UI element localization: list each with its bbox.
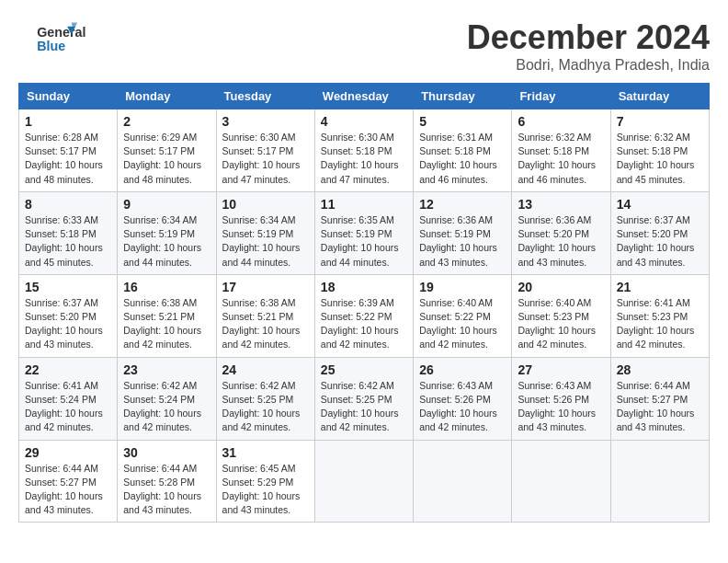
day-info-17: Sunrise: 6:38 AM Sunset: 5:21 PM Dayligh…: [222, 296, 309, 352]
day-info-8: Sunrise: 6:33 AM Sunset: 5:18 PM Dayligh…: [25, 213, 111, 270]
day-info-15: Sunrise: 6:37 AM Sunset: 5:20 PM Dayligh…: [25, 296, 111, 352]
day-info-12: Sunrise: 6:36 AM Sunset: 5:19 PM Dayligh…: [419, 213, 506, 270]
week-row-1: 1Sunrise: 6:28 AM Sunset: 5:17 PM Daylig…: [19, 109, 710, 192]
day-info-31: Sunrise: 6:45 AM Sunset: 5:29 PM Dayligh…: [222, 462, 309, 518]
header-thursday: Thursday: [414, 84, 512, 109]
day-number-2: 2: [123, 114, 210, 129]
day-info-18: Sunrise: 6:39 AM Sunset: 5:22 PM Dayligh…: [321, 296, 407, 352]
header-row: Sunday Monday Tuesday Wednesday Thursday…: [19, 84, 710, 109]
day-number-31: 31: [222, 445, 309, 460]
day-info-24: Sunrise: 6:42 AM Sunset: 5:25 PM Dayligh…: [222, 379, 309, 435]
day-cell-35: [610, 440, 709, 523]
day-number-3: 3: [222, 114, 309, 129]
day-number-16: 16: [123, 280, 210, 294]
title-section: December 2024 Bodri, Madhya Pradesh, Ind…: [467, 18, 710, 74]
day-info-10: Sunrise: 6:34 AM Sunset: 5:19 PM Dayligh…: [222, 213, 309, 270]
day-info-7: Sunrise: 6:32 AM Sunset: 5:18 PM Dayligh…: [617, 131, 703, 187]
day-info-9: Sunrise: 6:34 AM Sunset: 5:19 PM Dayligh…: [123, 213, 210, 270]
header-tuesday: Tuesday: [216, 84, 314, 109]
day-info-14: Sunrise: 6:37 AM Sunset: 5:20 PM Dayligh…: [617, 213, 703, 270]
day-info-22: Sunrise: 6:41 AM Sunset: 5:24 PM Dayligh…: [25, 379, 111, 435]
day-info-6: Sunrise: 6:32 AM Sunset: 5:18 PM Dayligh…: [518, 131, 604, 187]
day-info-13: Sunrise: 6:36 AM Sunset: 5:20 PM Dayligh…: [518, 213, 604, 270]
week-row-4: 22Sunrise: 6:41 AM Sunset: 5:24 PM Dayli…: [19, 357, 710, 440]
day-info-21: Sunrise: 6:41 AM Sunset: 5:23 PM Dayligh…: [617, 296, 703, 352]
day-number-27: 27: [518, 362, 604, 377]
day-cell-10: 10Sunrise: 6:34 AM Sunset: 5:19 PM Dayli…: [216, 191, 314, 274]
day-number-13: 13: [518, 197, 604, 212]
day-number-29: 29: [25, 445, 111, 460]
day-cell-17: 17Sunrise: 6:38 AM Sunset: 5:21 PM Dayli…: [216, 274, 314, 357]
day-number-21: 21: [617, 280, 703, 294]
logo-icon: General Blue: [18, 18, 92, 59]
day-info-20: Sunrise: 6:40 AM Sunset: 5:23 PM Dayligh…: [518, 296, 604, 352]
day-info-30: Sunrise: 6:44 AM Sunset: 5:28 PM Dayligh…: [123, 462, 210, 518]
day-number-15: 15: [25, 280, 111, 294]
day-cell-22: 22Sunrise: 6:41 AM Sunset: 5:24 PM Dayli…: [19, 357, 118, 440]
day-number-8: 8: [25, 197, 111, 212]
day-number-30: 30: [123, 445, 210, 460]
day-cell-6: 6Sunrise: 6:32 AM Sunset: 5:18 PM Daylig…: [512, 109, 610, 192]
day-cell-12: 12Sunrise: 6:36 AM Sunset: 5:19 PM Dayli…: [414, 191, 512, 274]
day-number-26: 26: [419, 362, 506, 377]
day-cell-33: [414, 440, 512, 523]
day-cell-28: 28Sunrise: 6:44 AM Sunset: 5:27 PM Dayli…: [610, 357, 709, 440]
day-cell-7: 7Sunrise: 6:32 AM Sunset: 5:18 PM Daylig…: [610, 109, 709, 192]
logo: General Blue: [18, 18, 92, 59]
day-info-11: Sunrise: 6:35 AM Sunset: 5:19 PM Dayligh…: [321, 213, 407, 270]
calendar-table: Sunday Monday Tuesday Wednesday Thursday…: [18, 83, 710, 523]
day-cell-29: 29Sunrise: 6:44 AM Sunset: 5:27 PM Dayli…: [19, 440, 118, 523]
day-number-7: 7: [617, 114, 703, 129]
svg-text:Blue: Blue: [37, 39, 65, 53]
day-number-1: 1: [25, 114, 111, 129]
week-row-2: 8Sunrise: 6:33 AM Sunset: 5:18 PM Daylig…: [19, 191, 710, 274]
day-cell-23: 23Sunrise: 6:42 AM Sunset: 5:24 PM Dayli…: [118, 357, 216, 440]
svg-text:General: General: [37, 25, 85, 40]
day-info-29: Sunrise: 6:44 AM Sunset: 5:27 PM Dayligh…: [25, 462, 111, 518]
day-cell-13: 13Sunrise: 6:36 AM Sunset: 5:20 PM Dayli…: [512, 191, 610, 274]
calendar-subtitle: Bodri, Madhya Pradesh, India: [467, 57, 710, 74]
day-cell-1: 1Sunrise: 6:28 AM Sunset: 5:17 PM Daylig…: [19, 109, 118, 192]
day-cell-30: 30Sunrise: 6:44 AM Sunset: 5:28 PM Dayli…: [118, 440, 216, 523]
day-cell-18: 18Sunrise: 6:39 AM Sunset: 5:22 PM Dayli…: [314, 274, 413, 357]
day-number-5: 5: [419, 114, 506, 129]
header-saturday: Saturday: [610, 84, 709, 109]
day-info-5: Sunrise: 6:31 AM Sunset: 5:18 PM Dayligh…: [419, 131, 506, 187]
day-number-6: 6: [518, 114, 604, 129]
day-number-28: 28: [617, 362, 703, 377]
day-info-23: Sunrise: 6:42 AM Sunset: 5:24 PM Dayligh…: [123, 379, 210, 435]
day-number-18: 18: [321, 280, 407, 294]
day-cell-2: 2Sunrise: 6:29 AM Sunset: 5:17 PM Daylig…: [118, 109, 216, 192]
day-cell-15: 15Sunrise: 6:37 AM Sunset: 5:20 PM Dayli…: [19, 274, 118, 357]
day-number-25: 25: [321, 362, 407, 377]
day-cell-16: 16Sunrise: 6:38 AM Sunset: 5:21 PM Dayli…: [118, 274, 216, 357]
day-info-16: Sunrise: 6:38 AM Sunset: 5:21 PM Dayligh…: [123, 296, 210, 352]
header-friday: Friday: [512, 84, 610, 109]
day-cell-31: 31Sunrise: 6:45 AM Sunset: 5:29 PM Dayli…: [216, 440, 314, 523]
day-cell-20: 20Sunrise: 6:40 AM Sunset: 5:23 PM Dayli…: [512, 274, 610, 357]
day-cell-26: 26Sunrise: 6:43 AM Sunset: 5:26 PM Dayli…: [414, 357, 512, 440]
day-cell-21: 21Sunrise: 6:41 AM Sunset: 5:23 PM Dayli…: [610, 274, 709, 357]
day-info-19: Sunrise: 6:40 AM Sunset: 5:22 PM Dayligh…: [419, 296, 506, 352]
day-cell-25: 25Sunrise: 6:42 AM Sunset: 5:25 PM Dayli…: [314, 357, 413, 440]
day-number-14: 14: [617, 197, 703, 212]
day-number-17: 17: [222, 280, 309, 294]
week-row-5: 29Sunrise: 6:44 AM Sunset: 5:27 PM Dayli…: [19, 440, 710, 523]
day-cell-14: 14Sunrise: 6:37 AM Sunset: 5:20 PM Dayli…: [610, 191, 709, 274]
day-info-3: Sunrise: 6:30 AM Sunset: 5:17 PM Dayligh…: [222, 131, 309, 187]
day-info-27: Sunrise: 6:43 AM Sunset: 5:26 PM Dayligh…: [518, 379, 604, 435]
day-cell-27: 27Sunrise: 6:43 AM Sunset: 5:26 PM Dayli…: [512, 357, 610, 440]
day-number-23: 23: [123, 362, 210, 377]
day-number-24: 24: [222, 362, 309, 377]
day-cell-24: 24Sunrise: 6:42 AM Sunset: 5:25 PM Dayli…: [216, 357, 314, 440]
day-info-25: Sunrise: 6:42 AM Sunset: 5:25 PM Dayligh…: [321, 379, 407, 435]
day-number-19: 19: [419, 280, 506, 294]
day-number-9: 9: [123, 197, 210, 212]
day-number-11: 11: [321, 197, 407, 212]
week-row-3: 15Sunrise: 6:37 AM Sunset: 5:20 PM Dayli…: [19, 274, 710, 357]
day-info-28: Sunrise: 6:44 AM Sunset: 5:27 PM Dayligh…: [617, 379, 703, 435]
day-cell-3: 3Sunrise: 6:30 AM Sunset: 5:17 PM Daylig…: [216, 109, 314, 192]
header-sunday: Sunday: [19, 84, 118, 109]
day-cell-4: 4Sunrise: 6:30 AM Sunset: 5:18 PM Daylig…: [314, 109, 413, 192]
day-cell-8: 8Sunrise: 6:33 AM Sunset: 5:18 PM Daylig…: [19, 191, 118, 274]
